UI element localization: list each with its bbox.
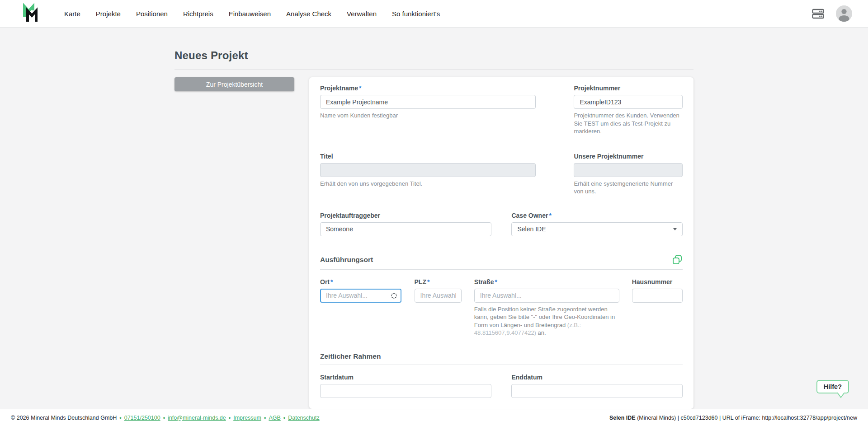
required-marker: * [359,84,361,92]
copy-location-icon[interactable] [672,254,683,265]
nav-right-actions [812,5,852,22]
required-marker: * [549,212,551,219]
case-owner-select[interactable]: Selen IDE [511,222,683,236]
strasse-help: Falls die Position keiner Straße zugeord… [474,305,619,337]
main-area: Neues Projekt Zur Projektübersicht Proje… [0,28,868,409]
titel-input [320,163,536,177]
case-owner-label-text: Case Owner [511,212,548,219]
strasse-input[interactable] [474,289,619,303]
footer-copyright: © 2026 Mineral Minds Deutschland GmbH [11,415,117,421]
enddatum-label: Enddatum [511,374,683,381]
projektnummer-input[interactable] [574,95,683,109]
case-owner-selected-value: Selen IDE [517,225,546,233]
footer-separator: • [229,415,231,421]
hausnummer-label: Hausnummer [632,278,683,286]
section-title-ausfuehrungsort: Ausführungsort [320,256,373,264]
footer-separator: • [264,415,266,421]
brand-logo[interactable] [20,3,40,24]
footer-link-email[interactable]: info@mineral-minds.de [168,415,226,421]
startdatum-label: Startdatum [320,374,491,381]
nav-item-positionen[interactable]: Positionen [136,10,168,18]
plz-label: PLZ* [415,278,462,286]
hausnummer-input[interactable] [632,289,683,303]
strasse-help-suffix: an. [536,329,546,336]
nav-item-einbauweisen[interactable]: Einbauweisen [229,10,271,18]
required-marker: * [495,278,497,286]
mm-monogram-icon [20,3,40,24]
projektname-label-text: Projektname [320,84,358,92]
nav-item-karte[interactable]: Karte [64,10,80,18]
titel-label: Titel [320,153,536,160]
help-bubble-button[interactable]: Hilfe? [816,380,849,393]
unsere-projektnummer-help: Erhält eine systemgenerierte Nummer von … [574,180,683,196]
unsere-projektnummer-input [574,163,683,177]
unsere-projektnummer-label: Unsere Projektnummer [574,153,683,160]
nav-item-projekte[interactable]: Projekte [96,10,121,18]
projektauftraggeber-input[interactable] [320,222,491,236]
footer-session-detail: (Mineral Minds) | c50cd7123d60 | URL of … [636,415,857,421]
strasse-label-text: Straße [474,278,494,286]
app-footer: © 2026 Mineral Minds Deutschland GmbH • … [0,409,868,426]
footer-link-agb[interactable]: AGB [269,415,280,421]
nav-item-richtpreis[interactable]: Richtpreis [183,10,213,18]
section-divider [320,269,683,270]
page-title: Neues Projekt [175,49,693,62]
required-marker: * [330,278,333,286]
back-to-overview-button[interactable]: Zur Projektübersicht [175,77,294,91]
footer-session-user: Selen IDE [609,415,636,421]
person-icon [836,5,852,22]
server-status-button[interactable] [812,9,824,19]
strasse-help-main: Falls die Position keiner Straße zugeord… [474,306,615,328]
left-column: Zur Projektübersicht [175,77,294,91]
strasse-label: Straße* [474,278,619,286]
footer-separator: • [163,415,165,421]
nav-item-analyse-check[interactable]: Analyse Check [286,10,331,18]
footer-link-impressum[interactable]: Impressum [233,415,261,421]
projektauftraggeber-label: Projektauftraggeber [320,212,491,219]
startdatum-input[interactable] [320,384,491,398]
projektname-help: Name vom Kunden festlegbar [320,112,536,120]
footer-session-info: Selen IDE (Mineral Minds) | c50cd7123d60… [609,415,857,421]
section-title-zeitlicher-rahmen: Zeitlicher Rahmen [320,352,381,360]
footer-left: © 2026 Mineral Minds Deutschland GmbH • … [11,415,320,421]
ort-label-text: Ort [320,278,330,286]
projektnummer-label: Projektnummer [574,84,683,92]
footer-link-datenschutz[interactable]: Datenschutz [288,415,319,421]
section-divider [320,365,683,365]
main-menu: Karte Projekte Positionen Richtpreis Ein… [64,10,440,18]
nav-item-so-funktionierts[interactable]: So funktioniert's [392,10,440,18]
server-icon [812,9,824,19]
footer-link-phone[interactable]: 07151/250100 [124,415,160,421]
title-divider [175,69,693,70]
titel-help: Erhält den von uns vorgegebenen Titel. [320,180,536,188]
chevron-down-icon [673,228,677,230]
required-marker: * [427,278,429,286]
footer-separator: • [119,415,121,421]
projektnummer-help: Projektnummer des Kunden. Verwenden Sie … [574,112,683,136]
footer-separator: • [283,415,285,421]
plz-label-text: PLZ [415,278,426,286]
ort-label: Ort* [320,278,401,286]
top-navigation: Karte Projekte Positionen Richtpreis Ein… [0,0,868,28]
projektname-label: Projektname* [320,84,536,92]
nav-item-verwalten[interactable]: Verwalten [347,10,377,18]
ort-input[interactable] [320,289,401,303]
user-avatar[interactable] [836,5,852,22]
plz-input[interactable] [415,289,462,303]
project-form-card: Projektname* Name vom Kunden festlegbar … [309,77,693,409]
enddatum-input[interactable] [511,384,683,398]
projektname-input[interactable] [320,95,536,109]
case-owner-label: Case Owner* [511,212,683,219]
